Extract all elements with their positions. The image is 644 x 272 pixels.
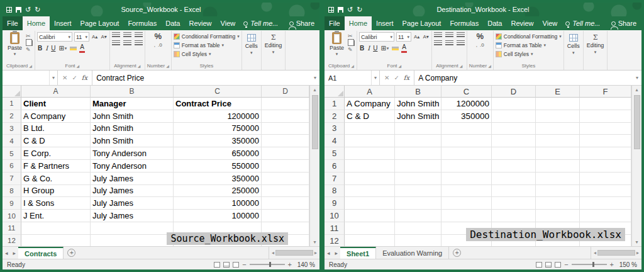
conditional-formatting-button[interactable]: Conditional Formatting▾	[174, 32, 240, 40]
cell-C6[interactable]	[441, 160, 492, 173]
conditional-formatting-button[interactable]: Conditional Formatting▾	[496, 32, 562, 40]
align-middle-icon[interactable]	[445, 32, 453, 38]
cell-F7[interactable]	[580, 173, 631, 185]
cell-E9[interactable]	[536, 197, 580, 210]
cut-icon[interactable]: ✂	[348, 33, 355, 39]
font-color-icon[interactable]: A	[401, 43, 407, 53]
cell-A8[interactable]: H Group	[21, 185, 91, 198]
horizontal-scrollbar[interactable]: ◂▸	[269, 247, 319, 259]
save-icon[interactable]	[16, 7, 21, 13]
ribbon-tab-review[interactable]: Review	[506, 16, 538, 30]
cell-A6[interactable]: F & Partners	[21, 160, 91, 173]
cell-C3[interactable]	[441, 123, 492, 135]
font-size-select[interactable]: 11▾	[396, 32, 411, 42]
cell-D5[interactable]	[262, 147, 309, 160]
zoom-level[interactable]: 140 %	[295, 261, 315, 268]
cell-F9[interactable]	[580, 197, 631, 210]
cell-F2[interactable]	[580, 110, 631, 123]
cell-D2[interactable]	[262, 110, 309, 123]
cell-A2[interactable]: C & D	[345, 110, 395, 123]
borders-icon[interactable]: ⊞▾	[58, 45, 67, 52]
paste-button[interactable]: Paste ▾	[6, 32, 24, 57]
editing-button[interactable]: Σ Editing ▾	[586, 32, 606, 55]
align-bottom-icon[interactable]	[135, 32, 143, 38]
ribbon-tab-home[interactable]: Home	[23, 16, 50, 30]
editing-button[interactable]: Σ Editing ▾	[264, 32, 284, 55]
cell-A12[interactable]	[345, 235, 395, 246]
cell-D1[interactable]	[262, 98, 309, 110]
cell-A10[interactable]: J Ent.	[21, 210, 91, 222]
cancel-icon[interactable]: ✕	[62, 74, 67, 81]
name-box[interactable]: ▾	[3, 71, 58, 85]
cell-D2[interactable]	[492, 110, 536, 123]
horizontal-scrollbar[interactable]: ◂▸	[591, 247, 641, 259]
cell-D6[interactable]	[492, 160, 536, 173]
fill-color-icon[interactable]	[391, 47, 399, 50]
row-header-5[interactable]: 5	[3, 147, 21, 160]
cell-A9[interactable]: I & Sons	[21, 197, 91, 210]
sheet-tab-sheet1[interactable]: Sheet1	[340, 247, 376, 259]
cell-C1[interactable]: 1200000	[441, 98, 492, 110]
cell-B5[interactable]	[395, 147, 441, 160]
shrink-font-icon[interactable]: A▾	[422, 33, 429, 41]
align-bottom-icon[interactable]	[457, 32, 465, 38]
zoom-in-icon[interactable]: +	[288, 261, 292, 268]
cell-E5[interactable]	[536, 147, 580, 160]
cell-A10[interactable]	[345, 210, 395, 222]
row-header-12[interactable]: 12	[3, 235, 21, 246]
col-header-D[interactable]: D	[262, 86, 309, 98]
cell-B8[interactable]	[395, 185, 441, 198]
cell-A5[interactable]	[345, 147, 395, 160]
cell-A4[interactable]: C & D	[21, 135, 91, 147]
cell-D8[interactable]	[262, 185, 309, 198]
cell-D7[interactable]	[262, 173, 309, 185]
tell-me-box[interactable]: Tell me...	[240, 16, 282, 30]
align-top-icon[interactable]	[112, 32, 120, 38]
cell-E7[interactable]	[536, 173, 580, 185]
col-header-C[interactable]: C	[441, 86, 492, 98]
cell-B6[interactable]: Tony Anderson	[91, 160, 174, 173]
percent-style-icon[interactable]: %	[154, 32, 162, 41]
ribbon-tab-file[interactable]: File	[325, 16, 345, 30]
sheet-nav-left-icon[interactable]: ◂	[3, 247, 11, 259]
horizontal-scroll-thumb[interactable]	[275, 250, 313, 256]
underline-button[interactable]: U	[50, 45, 56, 52]
cell-C4[interactable]	[441, 135, 492, 147]
vertical-scroll-thumb[interactable]	[634, 95, 640, 149]
cell-B3[interactable]: John Smith	[91, 123, 174, 135]
cell-C2[interactable]: 350000	[441, 110, 492, 123]
align-center-icon[interactable]	[445, 40, 453, 46]
ribbon-tab-data[interactable]: Data	[161, 16, 184, 30]
cell-A2[interactable]: A Company	[21, 110, 91, 123]
cell-F3[interactable]	[580, 123, 631, 135]
copy-icon[interactable]	[350, 40, 355, 46]
row-header-6[interactable]: 6	[3, 160, 21, 173]
cell-B4[interactable]: John Smith	[91, 135, 174, 147]
sheet-nav-right-icon[interactable]: ▸	[333, 247, 341, 259]
dialog-launcher-icon[interactable]: ◢	[488, 64, 491, 68]
insert-function-icon[interactable]: fx	[404, 74, 409, 81]
zoom-out-icon[interactable]: −	[564, 261, 568, 268]
cell-F4[interactable]	[580, 135, 631, 147]
align-top-icon[interactable]	[434, 32, 442, 38]
page-layout-view-icon[interactable]	[223, 262, 230, 268]
cell-D5[interactable]	[492, 147, 536, 160]
italic-button[interactable]: I	[45, 45, 48, 52]
ribbon-tab-view[interactable]: View	[538, 16, 562, 30]
cell-styles-button[interactable]: Cell Styles▾	[174, 50, 240, 58]
col-header-B[interactable]: B	[395, 86, 441, 98]
decimal-icon[interactable]: .0	[480, 42, 484, 48]
cell-F1[interactable]	[580, 98, 631, 110]
cell-C2[interactable]: 1200000	[174, 110, 262, 123]
ribbon-tab-page-layout[interactable]: Page Layout	[76, 16, 124, 30]
font-name-select[interactable]: Calibri▾	[359, 32, 394, 42]
copy-icon[interactable]	[28, 40, 33, 46]
ribbon-tab-formulas[interactable]: Formulas	[123, 16, 161, 30]
fill-color-icon[interactable]	[69, 47, 77, 50]
vertical-scroll-thumb[interactable]	[312, 95, 318, 149]
cell-B10[interactable]: July James	[91, 210, 174, 222]
redo-icon[interactable]: ↻	[357, 6, 362, 13]
row-header-4[interactable]: 4	[325, 135, 345, 147]
align-right-icon[interactable]	[457, 40, 465, 46]
cells-button[interactable]: Cells ▾	[566, 32, 581, 55]
